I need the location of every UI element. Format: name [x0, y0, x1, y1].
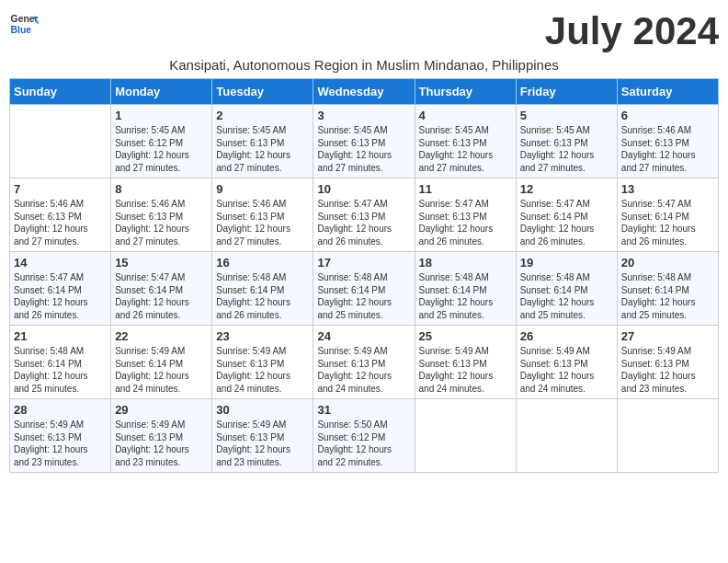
calendar-cell: 16Sunrise: 5:48 AM Sunset: 6:14 PM Dayli…: [212, 252, 313, 326]
calendar-table: SundayMondayTuesdayWednesdayThursdayFrid…: [9, 78, 719, 473]
day-number: 30: [216, 403, 309, 417]
cell-content: Sunrise: 5:45 AM Sunset: 6:13 PM Dayligh…: [216, 124, 309, 174]
calendar-cell: 27Sunrise: 5:49 AM Sunset: 6:13 PM Dayli…: [617, 326, 718, 399]
logo-icon: General Blue: [9, 9, 39, 39]
calendar-cell: [415, 399, 516, 473]
cell-content: Sunrise: 5:48 AM Sunset: 6:14 PM Dayligh…: [317, 271, 410, 321]
cell-content: Sunrise: 5:47 AM Sunset: 6:13 PM Dayligh…: [317, 198, 410, 247]
day-number: 1: [115, 109, 208, 122]
day-number: 16: [216, 256, 309, 270]
calendar-cell: 31Sunrise: 5:50 AM Sunset: 6:12 PM Dayli…: [313, 399, 415, 473]
header: General Blue July 2024: [9, 9, 719, 53]
calendar-cell: 15Sunrise: 5:47 AM Sunset: 6:14 PM Dayli…: [111, 252, 212, 326]
day-header-saturday: Saturday: [617, 79, 718, 105]
day-number: 3: [317, 109, 410, 122]
cell-content: Sunrise: 5:47 AM Sunset: 6:14 PM Dayligh…: [115, 271, 208, 321]
calendar-cell: 17Sunrise: 5:48 AM Sunset: 6:14 PM Dayli…: [313, 252, 415, 326]
calendar-cell: [617, 399, 718, 473]
day-number: 14: [14, 256, 107, 270]
cell-content: Sunrise: 5:46 AM Sunset: 6:13 PM Dayligh…: [216, 198, 309, 247]
day-number: 13: [621, 182, 714, 196]
cell-content: Sunrise: 5:45 AM Sunset: 6:12 PM Dayligh…: [115, 124, 208, 174]
day-number: 28: [14, 403, 107, 417]
cell-content: Sunrise: 5:49 AM Sunset: 6:13 PM Dayligh…: [216, 419, 309, 468]
day-number: 11: [419, 182, 512, 196]
calendar-cell: 21Sunrise: 5:48 AM Sunset: 6:14 PM Dayli…: [10, 326, 111, 399]
cell-content: Sunrise: 5:48 AM Sunset: 6:14 PM Dayligh…: [419, 271, 512, 321]
cell-content: Sunrise: 5:49 AM Sunset: 6:13 PM Dayligh…: [621, 345, 714, 395]
calendar-cell: [10, 105, 111, 178]
calendar-cell: 1Sunrise: 5:45 AM Sunset: 6:12 PM Daylig…: [111, 105, 212, 178]
calendar-week-row: 7Sunrise: 5:46 AM Sunset: 6:13 PM Daylig…: [10, 178, 719, 252]
day-number: 18: [419, 256, 512, 270]
day-number: 29: [115, 403, 208, 417]
cell-content: Sunrise: 5:48 AM Sunset: 6:14 PM Dayligh…: [621, 271, 714, 321]
day-header-wednesday: Wednesday: [313, 79, 415, 105]
calendar-cell: 9Sunrise: 5:46 AM Sunset: 6:13 PM Daylig…: [212, 178, 313, 252]
day-number: 15: [115, 256, 208, 270]
cell-content: Sunrise: 5:48 AM Sunset: 6:14 PM Dayligh…: [520, 271, 613, 321]
calendar-cell: 22Sunrise: 5:49 AM Sunset: 6:14 PM Dayli…: [111, 326, 212, 399]
cell-content: Sunrise: 5:46 AM Sunset: 6:13 PM Dayligh…: [14, 198, 107, 247]
cell-content: Sunrise: 5:47 AM Sunset: 6:13 PM Dayligh…: [419, 198, 512, 247]
cell-content: Sunrise: 5:49 AM Sunset: 6:14 PM Dayligh…: [115, 345, 208, 395]
logo: General Blue: [9, 9, 39, 39]
day-number: 20: [621, 256, 714, 270]
cell-content: Sunrise: 5:48 AM Sunset: 6:14 PM Dayligh…: [216, 271, 309, 321]
cell-content: Sunrise: 5:47 AM Sunset: 6:14 PM Dayligh…: [520, 198, 613, 247]
cell-content: Sunrise: 5:48 AM Sunset: 6:14 PM Dayligh…: [14, 345, 107, 395]
cell-content: Sunrise: 5:49 AM Sunset: 6:13 PM Dayligh…: [419, 345, 512, 395]
calendar-week-row: 14Sunrise: 5:47 AM Sunset: 6:14 PM Dayli…: [10, 252, 719, 326]
calendar-cell: 2Sunrise: 5:45 AM Sunset: 6:13 PM Daylig…: [212, 105, 313, 178]
day-number: 10: [317, 182, 410, 196]
day-header-friday: Friday: [516, 79, 617, 105]
cell-content: Sunrise: 5:49 AM Sunset: 6:13 PM Dayligh…: [520, 345, 613, 395]
day-number: 25: [419, 329, 512, 343]
calendar-cell: 8Sunrise: 5:46 AM Sunset: 6:13 PM Daylig…: [111, 178, 212, 252]
cell-content: Sunrise: 5:49 AM Sunset: 6:13 PM Dayligh…: [317, 345, 410, 395]
calendar-cell: 26Sunrise: 5:49 AM Sunset: 6:13 PM Dayli…: [516, 326, 617, 399]
svg-text:Blue: Blue: [11, 25, 32, 35]
day-number: 26: [520, 329, 613, 343]
calendar-cell: 7Sunrise: 5:46 AM Sunset: 6:13 PM Daylig…: [10, 178, 111, 252]
cell-content: Sunrise: 5:45 AM Sunset: 6:13 PM Dayligh…: [317, 124, 410, 174]
cell-content: Sunrise: 5:49 AM Sunset: 6:13 PM Dayligh…: [115, 419, 208, 468]
day-header-sunday: Sunday: [10, 79, 111, 105]
day-header-tuesday: Tuesday: [212, 79, 313, 105]
calendar-cell: 19Sunrise: 5:48 AM Sunset: 6:14 PM Dayli…: [516, 252, 617, 326]
calendar-cell: 3Sunrise: 5:45 AM Sunset: 6:13 PM Daylig…: [313, 105, 415, 178]
day-number: 4: [419, 109, 512, 122]
subtitle: Kansipati, Autonomous Region in Muslim M…: [9, 57, 719, 73]
day-number: 2: [216, 109, 309, 122]
day-number: 17: [317, 256, 410, 270]
cell-content: Sunrise: 5:46 AM Sunset: 6:13 PM Dayligh…: [621, 124, 714, 174]
calendar-header-row: SundayMondayTuesdayWednesdayThursdayFrid…: [10, 79, 719, 105]
day-number: 7: [14, 182, 107, 196]
calendar-cell: 23Sunrise: 5:49 AM Sunset: 6:13 PM Dayli…: [212, 326, 313, 399]
day-number: 27: [621, 329, 714, 343]
calendar-cell: 14Sunrise: 5:47 AM Sunset: 6:14 PM Dayli…: [10, 252, 111, 326]
calendar-cell: 6Sunrise: 5:46 AM Sunset: 6:13 PM Daylig…: [617, 105, 718, 178]
calendar-week-row: 1Sunrise: 5:45 AM Sunset: 6:12 PM Daylig…: [10, 105, 719, 178]
day-header-thursday: Thursday: [415, 79, 516, 105]
calendar-cell: 30Sunrise: 5:49 AM Sunset: 6:13 PM Dayli…: [212, 399, 313, 473]
cell-content: Sunrise: 5:49 AM Sunset: 6:13 PM Dayligh…: [14, 419, 107, 468]
calendar-cell: 5Sunrise: 5:45 AM Sunset: 6:13 PM Daylig…: [516, 105, 617, 178]
day-number: 19: [520, 256, 613, 270]
cell-content: Sunrise: 5:46 AM Sunset: 6:13 PM Dayligh…: [115, 198, 208, 247]
calendar-cell: 28Sunrise: 5:49 AM Sunset: 6:13 PM Dayli…: [10, 399, 111, 473]
calendar-week-row: 28Sunrise: 5:49 AM Sunset: 6:13 PM Dayli…: [10, 399, 719, 473]
calendar-cell: 11Sunrise: 5:47 AM Sunset: 6:13 PM Dayli…: [415, 178, 516, 252]
calendar-cell: 25Sunrise: 5:49 AM Sunset: 6:13 PM Dayli…: [415, 326, 516, 399]
calendar-cell: [516, 399, 617, 473]
cell-content: Sunrise: 5:45 AM Sunset: 6:13 PM Dayligh…: [419, 124, 512, 174]
cell-content: Sunrise: 5:45 AM Sunset: 6:13 PM Dayligh…: [520, 124, 613, 174]
cell-content: Sunrise: 5:49 AM Sunset: 6:13 PM Dayligh…: [216, 345, 309, 395]
calendar-cell: 18Sunrise: 5:48 AM Sunset: 6:14 PM Dayli…: [415, 252, 516, 326]
cell-content: Sunrise: 5:47 AM Sunset: 6:14 PM Dayligh…: [621, 198, 714, 247]
day-number: 8: [115, 182, 208, 196]
calendar-cell: 10Sunrise: 5:47 AM Sunset: 6:13 PM Dayli…: [313, 178, 415, 252]
day-number: 24: [317, 329, 410, 343]
day-header-monday: Monday: [111, 79, 212, 105]
day-number: 21: [14, 329, 107, 343]
